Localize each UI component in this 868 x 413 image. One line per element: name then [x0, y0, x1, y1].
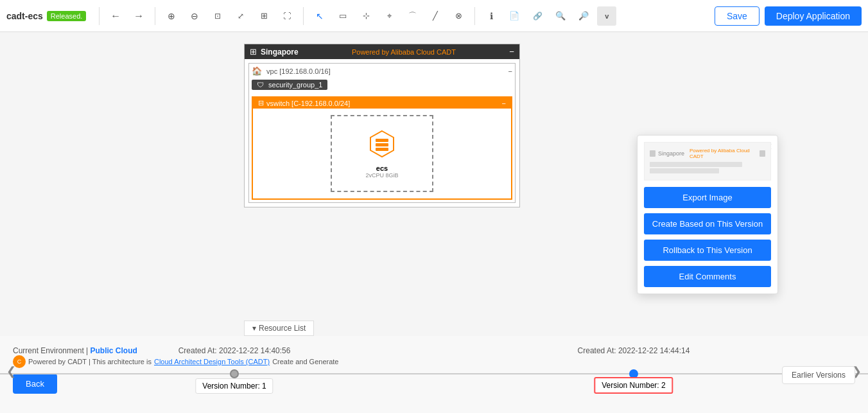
create-generate-label: Create and Generate — [272, 358, 338, 365]
app-title: cadt-ecs Released. — [6, 11, 86, 21]
shield-icon: 🛡 — [257, 81, 264, 89]
timeline-line — [0, 373, 868, 374]
toolbar-separator-3 — [303, 7, 304, 25]
resource-list-label: Resource List — [259, 324, 306, 333]
version-tool[interactable]: v — [597, 6, 616, 26]
public-cloud-label: Public Cloud — [91, 346, 137, 355]
preview-grid-icon — [650, 150, 655, 157]
delete-tool[interactable]: ⊗ — [449, 6, 468, 26]
preview-vpc-bar — [650, 162, 742, 167]
back-button[interactable]: Back — [13, 374, 57, 394]
move-tool[interactable]: ⊹ — [356, 6, 376, 26]
vpc-minimize-btn[interactable]: − — [508, 67, 512, 75]
search-view-tool[interactable]: 🔍 — [551, 6, 570, 26]
preview-vswitch-bar — [650, 168, 719, 173]
toolbar-separator — [99, 7, 100, 25]
vswitch-content: ecs 2vCPU 8GiB — [253, 109, 511, 198]
curve-tool[interactable]: ⌒ — [403, 6, 422, 26]
share-tool[interactable]: 🔗 — [528, 6, 547, 26]
zoom-out-tool[interactable]: ⊖ — [185, 6, 204, 26]
vswitch-icon: ⊟ — [258, 99, 264, 107]
main-area: ⊞ Singapore Powered by Alibaba Cloud CAD… — [0, 32, 868, 413]
cadt-link[interactable]: Cloud Architect Design Tools (CADT) — [154, 358, 270, 365]
info-tool[interactable]: ℹ — [482, 6, 501, 26]
svg-rect-2 — [376, 143, 388, 146]
powered-by-label: Powered by Alibaba Cloud CADT — [352, 48, 456, 56]
timeline-left-arrow[interactable]: ❮ — [6, 364, 16, 378]
version-2-created: Created At: 2022-12-22 14:44:14 — [578, 346, 690, 355]
back-tool[interactable]: ← — [106, 6, 125, 26]
released-badge: Released. — [47, 11, 87, 21]
select-tool[interactable]: ↖ — [310, 6, 329, 26]
deploy-button[interactable]: Deploy Application — [765, 6, 862, 26]
zoom-in-tool[interactable]: ⊕ — [162, 6, 181, 26]
ecs-spec: 2vCPU 8GiB — [365, 172, 398, 179]
vswitch-box: ⊟ vswitch [C-192.168.0.0/24] − — [252, 96, 512, 200]
create-based-btn[interactable]: Create Based on This Version — [644, 213, 771, 234]
toolbar: cadt-ecs Released. ← → ⊕ ⊖ ⊡ ⤢ ⊞ ⛶ ↖ ▭ ⊹… — [0, 0, 868, 32]
region-name: Singapore — [261, 48, 299, 57]
line-tool[interactable]: ╱ — [426, 6, 445, 26]
vpc-box: 🏠 vpc [192.168.0.0/16] − 🛡 security_grou… — [248, 63, 516, 203]
diagram-container: ⊞ Singapore Powered by Alibaba Cloud CAD… — [244, 44, 520, 207]
preview-minimize — [759, 150, 765, 157]
vswitch-minimize-btn[interactable]: − — [502, 100, 506, 107]
expand-tool[interactable]: ⤢ — [231, 6, 250, 26]
fullscreen-tool[interactable]: ⛶ — [277, 6, 297, 26]
diagram-minimize-btn[interactable]: − — [509, 47, 514, 57]
powered-line: C Powered by CADT | This architecture is… — [13, 355, 338, 368]
svg-rect-3 — [376, 148, 388, 151]
vswitch-label: vswitch [C-192.168.0.0/24] — [266, 100, 350, 107]
chevron-down-icon: ▾ — [252, 324, 256, 333]
toolbar-separator-2 — [155, 7, 155, 25]
resource-list-bar[interactable]: ▾ Resource List — [244, 321, 314, 336]
ecs-svg-icon — [367, 128, 397, 159]
ecs-icon-container: ecs 2vCPU 8GiB — [365, 128, 398, 179]
vpc-label: vpc [192.168.0.0/16] — [266, 67, 331, 75]
diagram-header: ⊞ Singapore Powered by Alibaba Cloud CAD… — [245, 44, 519, 59]
vpc-header: 🏠 vpc [192.168.0.0/16] − — [252, 66, 512, 76]
dashed-zone: ecs 2vCPU 8GiB — [331, 115, 433, 192]
diagram-frame: ⊞ Singapore Powered by Alibaba Cloud CAD… — [244, 44, 520, 207]
preview-powered-label: Powered by Alibaba Cloud CADT — [690, 148, 757, 159]
env-label: Current Environment | — [13, 346, 88, 355]
preview-mini-header: Singapore Powered by Alibaba Cloud CADT — [650, 148, 765, 159]
fit-tool[interactable]: ⊡ — [208, 6, 227, 26]
context-menu-preview: Singapore Powered by Alibaba Cloud CADT — [644, 142, 771, 180]
export-image-btn[interactable]: Export Image — [644, 187, 771, 208]
rollback-btn[interactable]: Rollback to This Version — [644, 240, 771, 261]
document-tool[interactable]: 📄 — [505, 6, 524, 26]
canvas-area: ⊞ Singapore Powered by Alibaba Cloud CAD… — [0, 32, 868, 336]
version-2-label[interactable]: Version Number: 2 — [594, 377, 673, 394]
rectangle-tool[interactable]: ▭ — [333, 6, 352, 26]
powered-text: Powered by CADT | This architecture is — [28, 358, 152, 365]
grid-tool[interactable]: ⊞ — [254, 6, 273, 26]
app-name: cadt-ecs — [6, 11, 43, 21]
security-group-label: 🛡 security_group_1 — [252, 80, 327, 90]
context-menu: ✕ Singapore Powered by Alibaba Cloud CAD… — [637, 135, 778, 294]
ecs-label: ecs — [365, 164, 398, 172]
earlier-versions-btn[interactable]: Earlier Versions — [782, 366, 855, 384]
env-info: Current Environment | Public Cloud — [13, 346, 137, 355]
grid-icon: ⊞ — [250, 47, 257, 57]
vswitch-header: ⊟ vswitch [C-192.168.0.0/24] − — [253, 98, 511, 109]
version-point-1[interactable] — [230, 369, 239, 378]
toolbar-right: Save Deploy Application — [715, 6, 862, 26]
vpc-icon: 🏠 — [252, 66, 262, 76]
toolbar-separator-4 — [474, 7, 475, 25]
timeline-area: Current Environment | Public Cloud C Pow… — [0, 336, 868, 413]
preview-region-label: Singapore — [658, 150, 684, 157]
forward-tool[interactable]: → — [129, 6, 148, 26]
save-button[interactable]: Save — [715, 6, 759, 26]
connect-tool[interactable]: ⌖ — [379, 6, 399, 26]
zoom-level-tool[interactable]: 🔎 — [574, 6, 593, 26]
version-1-created: Created At: 2022-12-22 14:40:56 — [178, 346, 291, 355]
svg-rect-1 — [376, 139, 388, 142]
edit-comments-btn[interactable]: Edit Comments — [644, 266, 771, 287]
version-1-label[interactable]: Version Number: 1 — [195, 378, 273, 394]
